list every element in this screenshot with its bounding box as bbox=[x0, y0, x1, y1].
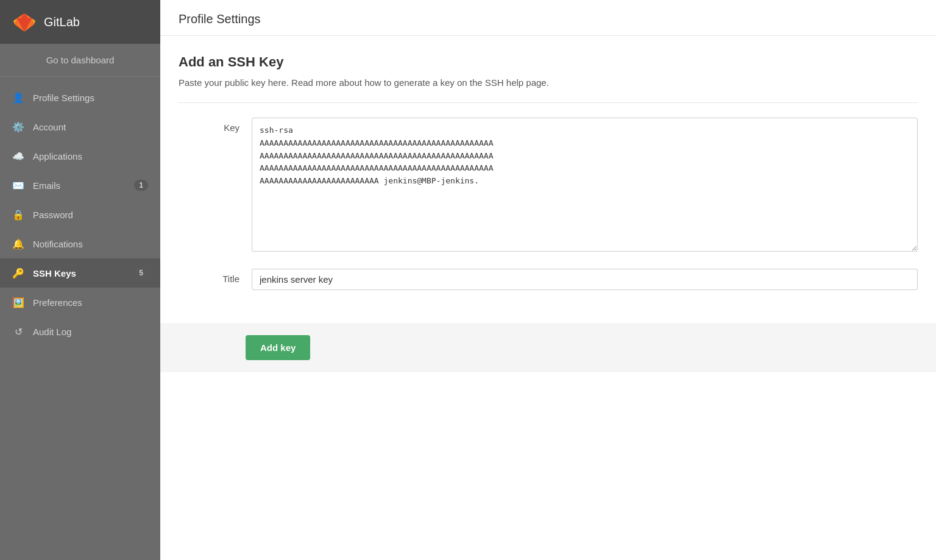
sidebar-item-applications[interactable]: ☁️Applications bbox=[0, 141, 160, 171]
sidebar-item-label-password: Password bbox=[33, 210, 73, 220]
section-description: Paste your public key here. Read more ab… bbox=[179, 77, 918, 88]
sidebar-item-ssh-keys[interactable]: 🔑SSH Keys5 bbox=[0, 258, 160, 288]
preferences-icon: 🖼️ bbox=[12, 296, 24, 308]
title-label: Title bbox=[179, 269, 252, 284]
page-title: Profile Settings bbox=[179, 12, 918, 26]
sidebar-dashboard-link[interactable]: Go to dashboard bbox=[0, 44, 160, 77]
main-content: Add an SSH Key Paste your public key her… bbox=[160, 36, 936, 323]
title-field-container bbox=[252, 269, 918, 290]
divider bbox=[179, 102, 918, 103]
sidebar-item-audit-log[interactable]: ↺Audit Log bbox=[0, 317, 160, 346]
add-key-button[interactable]: Add key bbox=[246, 335, 310, 360]
sidebar-item-label-applications: Applications bbox=[33, 151, 82, 161]
emails-icon: ✉️ bbox=[12, 179, 24, 191]
sidebar-item-preferences[interactable]: 🖼️Preferences bbox=[0, 288, 160, 317]
key-field-container bbox=[252, 118, 918, 254]
sidebar-item-profile-settings[interactable]: 👤Profile Settings bbox=[0, 83, 160, 112]
sidebar-header: GitLab bbox=[0, 0, 160, 44]
sidebar-item-label-account: Account bbox=[33, 122, 66, 132]
sidebar-item-label-ssh-keys: SSH Keys bbox=[33, 268, 76, 278]
account-icon: ⚙️ bbox=[12, 121, 24, 133]
ssh-keys-badge: 5 bbox=[134, 268, 148, 278]
profile-settings-icon: 👤 bbox=[12, 91, 24, 104]
sidebar-item-notifications[interactable]: 🔔Notifications bbox=[0, 229, 160, 258]
section-title: Add an SSH Key bbox=[179, 54, 918, 70]
emails-badge: 1 bbox=[134, 180, 148, 191]
sidebar-item-emails[interactable]: ✉️Emails1 bbox=[0, 171, 160, 200]
gitlab-logo bbox=[12, 10, 37, 34]
sidebar-item-label-preferences: Preferences bbox=[33, 297, 82, 308]
password-icon: 🔒 bbox=[12, 208, 24, 221]
sidebar-item-account[interactable]: ⚙️Account bbox=[0, 112, 160, 141]
audit-log-icon: ↺ bbox=[12, 325, 24, 338]
sidebar-item-password[interactable]: 🔒Password bbox=[0, 200, 160, 229]
sidebar-item-label-audit-log: Audit Log bbox=[33, 327, 71, 337]
sidebar-logo-title: GitLab bbox=[44, 15, 80, 29]
title-input[interactable] bbox=[252, 269, 918, 290]
sidebar-item-label-profile-settings: Profile Settings bbox=[33, 93, 94, 103]
key-textarea[interactable] bbox=[252, 118, 918, 252]
page-header: Profile Settings bbox=[160, 0, 936, 36]
applications-icon: ☁️ bbox=[12, 150, 24, 162]
form-actions: Add key bbox=[160, 323, 936, 372]
key-label: Key bbox=[179, 118, 252, 133]
sidebar-nav: 👤Profile Settings⚙️Account☁️Applications… bbox=[0, 77, 160, 352]
sidebar-item-label-notifications: Notifications bbox=[33, 239, 83, 249]
sidebar: GitLab Go to dashboard 👤Profile Settings… bbox=[0, 0, 160, 560]
notifications-icon: 🔔 bbox=[12, 238, 24, 250]
main-content-area: Profile Settings Add an SSH Key Paste yo… bbox=[160, 0, 936, 560]
title-form-row: Title bbox=[179, 269, 918, 290]
sidebar-item-label-emails: Emails bbox=[33, 180, 60, 191]
key-form-row: Key bbox=[179, 118, 918, 254]
ssh-keys-icon: 🔑 bbox=[12, 267, 24, 279]
